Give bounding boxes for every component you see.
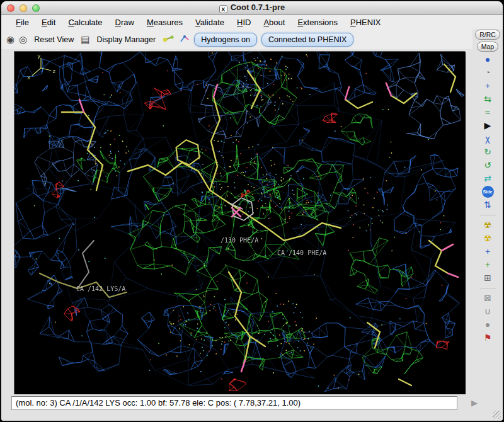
display-manager-icon[interactable]: ▤ <box>81 35 89 44</box>
simple-mutate-icon[interactable]: ☢ <box>479 232 496 244</box>
target-icon[interactable]: ◎ <box>19 35 27 44</box>
grey-sphere-icon[interactable]: ● <box>479 319 496 331</box>
title-center: XCoot 0.7.1-pre <box>1 3 503 13</box>
rrc-button[interactable]: R/RC <box>475 30 500 40</box>
menu-item-draw[interactable]: Draw <box>110 16 140 28</box>
map-button[interactable]: Map <box>477 42 498 52</box>
regularize-zone-icon[interactable]: ◔ <box>479 67 496 79</box>
main-toolbar: ◉ ◎ Reset View ▤ Display Manager Hydroge… <box>1 30 472 49</box>
residue-label: /130 PHE/A <box>220 237 258 244</box>
molecule-icon[interactable] <box>163 35 175 44</box>
x11-icon: X <box>219 5 227 13</box>
residue-label: CA /142 LYS/A <box>76 285 125 292</box>
menu-item-calculate[interactable]: Calculate <box>62 16 108 28</box>
display-manager-button[interactable]: Display Manager <box>94 34 158 45</box>
menu-bar: File Edit Calculate Draw Measures Valida… <box>1 15 503 30</box>
jed-flip-icon[interactable]: ⇅ <box>479 199 496 211</box>
rotate-translate-icon[interactable]: ⇆ <box>479 93 496 105</box>
issues-flag-icon[interactable]: ⚑ <box>479 332 496 344</box>
window-title: Coot 0.7.1-pre <box>231 3 285 12</box>
play-icon[interactable]: ▶ <box>471 398 478 408</box>
gl-viewport[interactable]: /130 PHE/ACA /140 PHE/ACA /142 LYS/A <box>14 51 465 395</box>
reset-view-button[interactable]: Reset View <box>32 34 76 45</box>
status-bar: (mol. no: 3) CA /1/A/142 LYS occ: 1.00 b… <box>1 394 503 421</box>
real-space-refine-icon[interactable]: ● <box>479 54 496 66</box>
residue-label: CA /140 PHE/A <box>277 249 326 256</box>
hydrogens-toggle-button[interactable]: Hydrogens on <box>194 33 257 47</box>
status-text: (mol. no: 3) CA /1/A/142 LYS occ: 1.00 b… <box>11 396 457 410</box>
clear-pending-icon[interactable]: ⊠ <box>479 292 496 304</box>
torsion-general-icon[interactable]: ↻ <box>479 146 496 158</box>
molecular-viewport-canvas[interactable] <box>14 52 466 396</box>
place-atom-icon[interactable]: ⊞ <box>479 272 496 284</box>
menu-item-measures[interactable]: Measures <box>141 16 188 28</box>
go-to-atom-icon[interactable] <box>180 34 190 45</box>
eye-icon[interactable]: ◉ <box>6 35 14 44</box>
add-alt-conf-icon[interactable]: + <box>479 259 496 271</box>
menu-item-hid[interactable]: HID <box>231 16 256 28</box>
rigid-body-fit-icon[interactable]: + <box>479 80 496 92</box>
resize-grip[interactable] <box>493 411 501 419</box>
menu-item-extensions[interactable]: Extensions <box>292 16 343 28</box>
mutate-residue-icon[interactable]: ☢ <box>479 219 496 231</box>
menu-item-file[interactable]: File <box>10 16 35 28</box>
title-bar[interactable]: XCoot 0.7.1-pre <box>1 1 503 15</box>
flip-peptide-icon[interactable]: ↺ <box>479 159 496 171</box>
menu-item-validate[interactable]: Validate <box>190 16 230 28</box>
rotamers-icon[interactable]: ▶ <box>479 120 496 132</box>
menu-item-about[interactable]: About <box>258 16 290 28</box>
model-fit-refine-icons: ●◔+⇆≈▶χ↻↺⇄Side⇅☢☢++⊞⊠∪●⚑ <box>474 54 501 344</box>
delete-item-icon[interactable]: ∪ <box>479 305 496 317</box>
side-chain-180-icon[interactable]: Side <box>482 186 494 198</box>
toolbar-separator <box>479 212 496 215</box>
phenix-connection-button[interactable]: Connected to PHENIX <box>261 33 353 47</box>
toolbar-separator <box>479 285 496 288</box>
right-toolbar: R/RC Map ●◔+⇆≈▶χ↻↺⇄Side⇅☢☢++⊞⊠∪●⚑ <box>474 29 501 393</box>
add-terminal-residue-icon[interactable]: + <box>479 246 496 258</box>
cis-trans-icon[interactable]: ⇄ <box>479 173 496 185</box>
edit-chi-angles-icon[interactable]: χ <box>479 133 496 145</box>
menu-item-edit[interactable]: Edit <box>36 16 61 28</box>
auto-fit-rotamer-icon[interactable]: ≈ <box>479 106 496 118</box>
menu-item-phenix[interactable]: PHENIX <box>345 16 386 28</box>
coot-window: XCoot 0.7.1-pre File Edit Calculate Draw… <box>0 0 504 422</box>
